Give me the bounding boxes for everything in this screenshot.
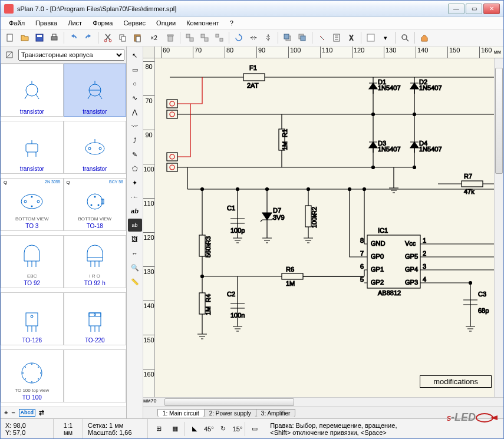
menu-file[interactable]: Файл (4, 18, 29, 28)
polygon-tool[interactable]: ⬠ (128, 162, 142, 175)
swap-icon[interactable]: ⇄ (39, 409, 44, 417)
point-tool[interactable]: ·← (128, 190, 142, 203)
spline-tool[interactable]: 〰 (128, 120, 142, 133)
part-transistor[interactable]: transistor (1, 64, 64, 117)
grid-snap-icon[interactable]: ⊞ (151, 423, 166, 435)
zoom-icon[interactable] (398, 31, 412, 44)
part-TO-18[interactable]: QBCY 58BOTTOM VIEWTO-18 (64, 178, 127, 231)
library-select[interactable]: Транзисторные корпуса (18, 49, 124, 61)
part-TO 3[interactable]: Q2N 3055BOTTOM VIEWTO 3 (1, 178, 64, 231)
freehand-tool[interactable]: ✎ (128, 148, 142, 161)
magnify-tool[interactable]: 🔍 (128, 261, 142, 274)
part-transistor[interactable]: transistor (1, 121, 64, 174)
node-tool[interactable]: ✦ (128, 176, 142, 189)
menu-help[interactable]: ? (225, 18, 238, 28)
scrollbar-horizontal[interactable] (155, 398, 503, 407)
part-TO 92[interactable]: EBCTO 92 (1, 235, 64, 288)
svg-point-45 (31, 315, 33, 318)
label-tool[interactable]: ab (128, 219, 142, 232)
zoom-out[interactable]: – (11, 409, 15, 417)
svg-text:7: 7 (360, 250, 364, 257)
close-button[interactable]: ✕ (483, 4, 500, 14)
scrollbar-vertical[interactable] (494, 58, 503, 397)
svg-point-49 (22, 363, 42, 383)
ruler-v-unit: мм70 (143, 398, 155, 407)
dimension-tool[interactable]: ↔ (128, 247, 142, 260)
svg-rect-0 (7, 34, 12, 41)
titlebar: sPlan 7.0 - [D:\Program Files\Splan70\Fi… (1, 1, 503, 17)
measure-tool[interactable]: 📏 (128, 275, 142, 288)
part-TO 92 h[interactable]: I R OTO 92 h (64, 235, 127, 288)
tofront-icon[interactable] (281, 31, 295, 44)
rect-status-icon[interactable]: ▭ (248, 423, 262, 435)
menu-edit[interactable]: Правка (31, 18, 62, 28)
svg-text:1N5407: 1N5407 (378, 146, 401, 153)
rotate-icon[interactable] (232, 31, 246, 44)
polyline-tool[interactable]: ⋀ (128, 105, 142, 118)
paste-icon[interactable] (130, 31, 144, 44)
rotate-step-icon[interactable]: ↻ (216, 423, 230, 435)
toback-icon[interactable] (295, 31, 309, 44)
part-transistor[interactable]: transistor (64, 64, 127, 117)
svg-text:1M: 1M (286, 280, 295, 287)
new-icon[interactable] (3, 31, 17, 44)
snap-icon[interactable] (315, 31, 329, 44)
menu-component[interactable]: Компонент (182, 18, 223, 28)
grid-toggle-icon[interactable]: ▦ (168, 423, 182, 435)
list-icon[interactable] (330, 31, 344, 44)
lib-icon[interactable] (2, 48, 17, 61)
rect-tool[interactable]: ▭ (128, 63, 142, 76)
align-icon[interactable] (212, 31, 226, 44)
svg-point-101 (307, 188, 310, 191)
minimize-button[interactable]: — (448, 4, 465, 14)
undo-icon[interactable] (67, 31, 81, 44)
circle-tool[interactable]: ○ (128, 77, 142, 90)
open-icon[interactable] (18, 31, 32, 44)
bezier-tool[interactable]: ⤴ (128, 134, 142, 147)
part-TO 100[interactable]: TO 100 top viewTO 100 (1, 349, 64, 402)
part-empty[interactable] (64, 349, 127, 402)
part-TO-220[interactable]: TO-220 (64, 292, 127, 345)
svg-rect-104 (282, 273, 303, 279)
svg-text:1N5407: 1N5407 (378, 84, 401, 91)
print-icon[interactable] (47, 31, 61, 44)
sheet-tab[interactable]: 2: Power supply (204, 409, 256, 417)
wire-tool[interactable]: ∿ (128, 91, 142, 104)
grid-dd-icon[interactable]: ▾ (378, 31, 393, 44)
label-toggle[interactable]: Abcd (19, 409, 36, 417)
menu-options[interactable]: Опции (151, 18, 180, 28)
find-icon[interactable] (344, 31, 358, 44)
angle-icon[interactable]: ◣ (187, 423, 202, 435)
svg-text:68p: 68p (478, 307, 489, 314)
canvas[interactable]: F1 2AT (155, 58, 503, 397)
menu-form[interactable]: Форма (88, 18, 117, 28)
sheet-tab[interactable]: 3: Amplifier (256, 409, 295, 417)
svg-text:C1: C1 (227, 204, 235, 212)
text-tool[interactable]: ab (128, 204, 142, 217)
copy-icon[interactable] (116, 31, 130, 44)
svg-text:5: 5 (360, 276, 364, 283)
ungroup-icon[interactable] (197, 31, 212, 44)
home-icon[interactable] (417, 31, 431, 44)
zoom-in[interactable]: + (4, 409, 8, 417)
part-TO-126[interactable]: TO-126 (1, 292, 64, 345)
group-icon[interactable] (183, 31, 197, 44)
redo-icon[interactable] (81, 31, 95, 44)
cut-icon[interactable] (101, 31, 115, 44)
svg-point-43 (97, 204, 99, 206)
mirror-v-icon[interactable] (261, 31, 275, 44)
sheet-tab[interactable]: 1: Main circuit (157, 409, 205, 417)
delete-icon[interactable] (163, 31, 177, 44)
maximize-button[interactable]: ▭ (466, 4, 482, 14)
save-icon[interactable] (32, 31, 47, 44)
mirror-h-icon[interactable] (246, 31, 261, 44)
svg-rect-15 (201, 34, 205, 38)
image-tool[interactable]: 🖼 (128, 233, 142, 246)
duplicate-icon[interactable]: ×2 (145, 31, 163, 44)
grid-icon[interactable] (364, 31, 378, 44)
menu-sheet[interactable]: Лист (63, 18, 87, 28)
part-transistor[interactable]: transistor (64, 121, 127, 174)
pointer-tool[interactable]: ↖ (128, 49, 142, 62)
menu-service[interactable]: Сервис (118, 18, 150, 28)
svg-text:GP4: GP4 (405, 266, 418, 273)
